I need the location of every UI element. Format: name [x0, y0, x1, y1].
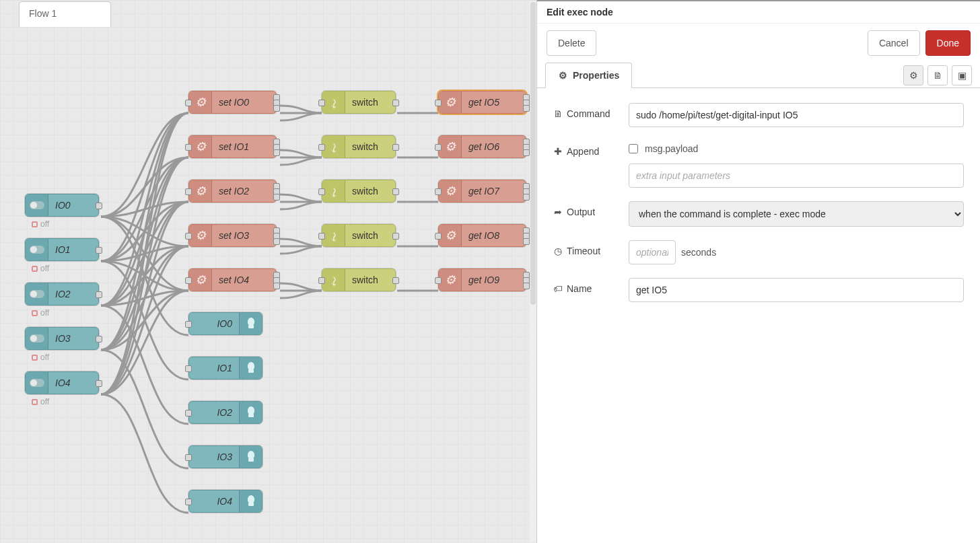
gear-icon: ⚙ — [189, 269, 212, 291]
node-label: IO0 — [48, 200, 98, 211]
inject-icon — [26, 372, 48, 394]
debug-icon — [239, 313, 262, 334]
file-icon: 🗎 — [553, 108, 563, 119]
tab-flow-1[interactable]: Flow 1 — [19, 1, 111, 27]
exec-node-set-io2[interactable]: ⚙ set IO2 — [188, 180, 277, 203]
done-button[interactable]: Done — [925, 30, 971, 56]
node-label: IO1 — [48, 244, 98, 255]
status-indicator-icon — [32, 266, 38, 272]
gear-icon: ⚙ — [189, 136, 212, 157]
exec-node-set-io0[interactable]: ⚙ set IO0 — [188, 91, 277, 114]
tag-icon: 🏷 — [553, 283, 563, 294]
switch-node-2[interactable]: ⤳ switch — [322, 180, 396, 203]
scrollbar-thumb[interactable] — [530, 2, 536, 305]
debug-icon — [239, 402, 262, 423]
panel-title: Edit exec node — [537, 1, 980, 24]
node-label: switch — [345, 141, 395, 152]
debug-node-io2[interactable]: IO2 — [188, 401, 262, 424]
output-select[interactable]: when the command is complete - exec mode — [629, 201, 964, 227]
node-label: IO2 — [189, 407, 239, 418]
node-status: off — [32, 397, 49, 406]
node-label: IO1 — [189, 363, 239, 373]
exec-node-get-io5[interactable]: ⚙ get IO5 — [438, 91, 526, 114]
switch-node-3[interactable]: ⤳ switch — [322, 224, 396, 247]
delete-button[interactable]: Delete — [547, 30, 596, 56]
exec-node-get-io6[interactable]: ⚙ get IO6 — [438, 135, 526, 158]
appearance-icon: ▣ — [957, 70, 967, 81]
gear-icon: ⚙ — [558, 70, 567, 81]
inject-icon — [26, 283, 48, 305]
append-extra-input[interactable] — [629, 164, 964, 188]
exec-node-set-io4[interactable]: ⚙ set IO4 — [188, 268, 277, 291]
switch-icon: ⤳ — [322, 269, 345, 291]
gear-icon: ⚙ — [189, 180, 212, 202]
inject-icon — [26, 328, 48, 349]
switch-node-0[interactable]: ⤳ switch — [322, 91, 396, 114]
file-icon: 🗎 — [933, 70, 942, 81]
field-label: Command — [567, 108, 610, 119]
edit-panel: Edit exec node Delete Cancel Done ⚙ Prop… — [536, 0, 980, 543]
clock-icon: ◷ — [553, 246, 563, 256]
node-status: off — [32, 353, 49, 362]
inject-node-io1[interactable]: IO1 — [25, 238, 99, 261]
node-label: get IO6 — [462, 141, 526, 152]
node-label: switch — [345, 275, 395, 285]
exec-node-get-io9[interactable]: ⚙ get IO9 — [438, 268, 526, 291]
node-label: IO0 — [189, 318, 239, 329]
checkbox-label: msg.payload — [645, 143, 698, 154]
inject-node-io0[interactable]: IO0 — [25, 194, 99, 217]
node-description-button[interactable]: 🗎 — [928, 65, 948, 85]
debug-icon — [239, 446, 262, 468]
gear-icon: ⚙ — [439, 269, 462, 291]
cancel-button[interactable]: Cancel — [868, 30, 920, 56]
node-label: get IO7 — [462, 186, 526, 196]
command-input[interactable] — [629, 103, 964, 127]
timeout-input[interactable] — [629, 240, 676, 264]
debug-node-io1[interactable]: IO1 — [188, 357, 262, 379]
inject-icon — [26, 194, 48, 216]
node-label: IO2 — [48, 289, 98, 299]
node-label: IO4 — [189, 496, 239, 507]
switch-icon: ⤳ — [322, 225, 345, 246]
exec-node-get-io7[interactable]: ⚙ get IO7 — [438, 180, 526, 203]
name-input[interactable] — [629, 278, 964, 302]
gear-icon: ⚙ — [909, 70, 918, 81]
node-label: set IO3 — [212, 230, 276, 241]
switch-icon: ⤳ — [322, 136, 345, 157]
switch-node-1[interactable]: ⤳ switch — [322, 135, 396, 158]
flow-canvas[interactable]: Flow 1 — [0, 0, 536, 543]
exec-node-set-io3[interactable]: ⚙ set IO3 — [188, 224, 277, 247]
node-label: set IO0 — [212, 97, 276, 108]
field-label: Name — [567, 283, 592, 294]
gear-icon: ⚙ — [189, 225, 212, 246]
gear-icon: ⚙ — [189, 92, 212, 113]
exec-node-set-io1[interactable]: ⚙ set IO1 — [188, 135, 277, 158]
inject-node-io2[interactable]: IO2 — [25, 283, 99, 305]
gear-icon: ⚙ — [439, 136, 462, 157]
append-payload-checkbox[interactable] — [629, 144, 638, 153]
debug-node-io4[interactable]: IO4 — [188, 490, 262, 513]
node-label: get IO5 — [462, 97, 526, 108]
node-appearance-button[interactable]: ▣ — [952, 65, 972, 85]
exec-node-get-io8[interactable]: ⚙ get IO8 — [438, 224, 526, 247]
inject-node-io4[interactable]: IO4 — [25, 371, 99, 394]
node-status: off — [32, 219, 49, 229]
debug-node-io0[interactable]: IO0 — [188, 312, 262, 335]
debug-node-io3[interactable]: IO3 — [188, 445, 262, 468]
tab-label: Properties — [573, 70, 619, 81]
node-label: IO3 — [48, 333, 98, 344]
debug-icon — [239, 491, 262, 512]
node-label: IO4 — [48, 377, 98, 388]
workspace-scrollbar[interactable] — [530, 1, 536, 542]
node-status: off — [32, 308, 49, 318]
switch-icon: ⤳ — [322, 92, 345, 113]
node-label: set IO1 — [212, 141, 276, 152]
node-settings-button[interactable]: ⚙ — [903, 65, 923, 85]
gear-icon: ⚙ — [439, 225, 462, 246]
status-indicator-icon — [32, 355, 38, 361]
tab-properties[interactable]: ⚙ Properties — [545, 63, 632, 88]
gear-icon: ⚙ — [439, 180, 462, 202]
status-indicator-icon — [32, 310, 38, 316]
switch-node-4[interactable]: ⤳ switch — [322, 268, 396, 291]
inject-node-io3[interactable]: IO3 — [25, 327, 99, 350]
